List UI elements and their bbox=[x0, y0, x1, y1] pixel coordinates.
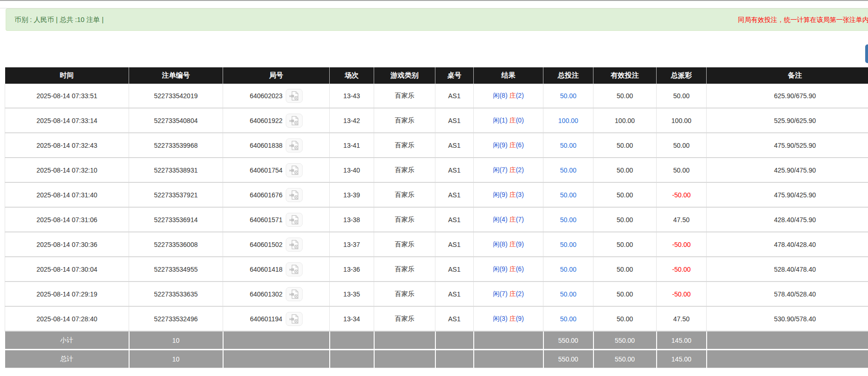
round-no-cell: 640602023 bbox=[223, 84, 330, 108]
video-replay-button[interactable] bbox=[286, 213, 303, 227]
table-footer: 小计10550.00550.00145.00总计10550.00550.0014… bbox=[5, 331, 868, 368]
session-cell: 13-37 bbox=[330, 232, 374, 257]
summary-empty-cell bbox=[474, 331, 543, 350]
game-type-cell: 百家乐 bbox=[374, 232, 435, 257]
valid-bet-cell: 100.00 bbox=[593, 108, 657, 133]
total-bet-link[interactable]: 50.00 bbox=[560, 166, 576, 174]
valid-bet-cell: 50.00 bbox=[593, 257, 657, 282]
video-replay-button[interactable] bbox=[286, 312, 303, 326]
total-bet-link[interactable]: 50.00 bbox=[560, 142, 576, 149]
bet-no-cell: 522733540804 bbox=[129, 108, 223, 133]
result-player: 闲(7) bbox=[493, 166, 509, 174]
summary-empty-cell bbox=[374, 331, 435, 350]
total-bet-link[interactable]: 50.00 bbox=[560, 290, 576, 298]
total-bet-link[interactable]: 50.00 bbox=[560, 191, 576, 199]
round-no-cell: 640601302 bbox=[223, 282, 330, 306]
summary-row: 总计10550.00550.00145.00 bbox=[5, 350, 868, 368]
summary-empty-cell bbox=[474, 350, 543, 368]
column-header-remark: 备注 bbox=[707, 67, 868, 84]
valid-bet-cell: 50.00 bbox=[593, 306, 657, 331]
valid-bet-cell: 50.00 bbox=[593, 207, 657, 232]
total-bet-link[interactable]: 50.00 bbox=[560, 241, 576, 248]
result-cell: 闲(7) 庄(2) bbox=[474, 282, 543, 306]
round-no-cell: 640601571 bbox=[223, 207, 330, 232]
round-no-text: 640601571 bbox=[250, 216, 282, 224]
summary-total-bet-cell: 550.00 bbox=[543, 350, 593, 368]
video-replay-button[interactable] bbox=[286, 287, 303, 301]
video-replay-button[interactable] bbox=[286, 238, 303, 252]
round-no-text: 640601418 bbox=[250, 266, 282, 273]
result-player: 闲(9) bbox=[493, 141, 509, 149]
video-replay-icon bbox=[289, 289, 300, 299]
table-no-cell: AS1 bbox=[435, 257, 474, 282]
summary-valid-bet-cell: 550.00 bbox=[593, 350, 657, 368]
video-replay-button[interactable] bbox=[286, 114, 303, 128]
game-type-cell: 百家乐 bbox=[374, 84, 435, 108]
result-banker-points: (9) bbox=[516, 240, 524, 248]
bet-no-cell: 522733539968 bbox=[129, 133, 223, 158]
payout-cell: 50.00 bbox=[657, 158, 707, 182]
result-cell: 闲(9) 庄(6) bbox=[474, 133, 543, 158]
result-player: 闲(4) bbox=[493, 216, 509, 223]
total-bet-link[interactable]: 100.00 bbox=[558, 117, 579, 124]
time-cell: 2025-08-14 07:33:51 bbox=[5, 84, 129, 108]
summary-empty-cell bbox=[223, 331, 330, 350]
summary-empty-cell bbox=[330, 331, 374, 350]
result-banker-label: 庄 bbox=[509, 315, 516, 322]
currency-summary-text: 币别 : 人民币 | 总共 :10 注单 | bbox=[14, 15, 103, 24]
session-cell: 13-35 bbox=[330, 282, 374, 306]
video-replay-button[interactable] bbox=[286, 188, 303, 202]
time-cell: 2025-08-14 07:30:04 bbox=[5, 257, 129, 282]
result-banker-points: (2) bbox=[516, 290, 524, 297]
valid-bet-notice-text: 同局有效投注，统一计算在该局第一张注单内 bbox=[738, 9, 868, 30]
result-cell: 闲(1) 庄(0) bbox=[474, 108, 543, 133]
result-banker-points: (3) bbox=[516, 191, 524, 198]
remark-cell: 525.90/625.90 bbox=[707, 108, 868, 133]
game-type-cell: 百家乐 bbox=[374, 282, 435, 306]
total-bet-link[interactable]: 50.00 bbox=[560, 266, 576, 273]
table-no-cell: AS1 bbox=[435, 306, 474, 331]
summary-total-bet-cell: 550.00 bbox=[543, 331, 593, 350]
total-bet-link[interactable]: 50.00 bbox=[560, 92, 576, 100]
valid-bet-cell: 50.00 bbox=[593, 182, 657, 207]
summary-empty-cell bbox=[374, 350, 435, 368]
video-replay-icon bbox=[289, 264, 300, 275]
table-row: 2025-08-14 07:30:36522733536008640601502… bbox=[5, 232, 868, 257]
round-no-text: 640601676 bbox=[250, 191, 282, 199]
result-banker-points: (2) bbox=[516, 166, 524, 174]
video-replay-button[interactable] bbox=[286, 163, 303, 177]
total-bet-link[interactable]: 50.00 bbox=[560, 315, 576, 323]
header-row: 时间注单编号局号场次游戏类别桌号结果总投注有效投注总派彩备注 bbox=[5, 67, 868, 84]
total-bet-cell: 50.00 bbox=[543, 232, 593, 257]
result-banker-label: 庄 bbox=[509, 116, 516, 124]
session-cell: 13-36 bbox=[330, 257, 374, 282]
table-no-cell: AS1 bbox=[435, 232, 474, 257]
round-no-cell: 640601676 bbox=[223, 182, 330, 207]
payout-cell: -50.00 bbox=[657, 257, 707, 282]
column-header-bet_no: 注单编号 bbox=[129, 67, 223, 84]
total-bet-cell: 50.00 bbox=[543, 306, 593, 331]
video-replay-button[interactable] bbox=[286, 138, 303, 152]
payout-cell: -50.00 bbox=[657, 232, 707, 257]
video-replay-button[interactable] bbox=[286, 89, 303, 103]
result-banker-label: 庄 bbox=[509, 240, 516, 248]
top-strip bbox=[0, 0, 868, 8]
video-replay-button[interactable] bbox=[286, 262, 303, 276]
column-header-table_no: 桌号 bbox=[435, 67, 474, 84]
summary-valid-bet-cell: 550.00 bbox=[593, 331, 657, 350]
bet-records-table: 时间注单编号局号场次游戏类别桌号结果总投注有效投注总派彩备注 2025-08-1… bbox=[5, 67, 868, 368]
summary-label-cell: 总计 bbox=[5, 350, 129, 368]
round-no-cell: 640601838 bbox=[223, 133, 330, 158]
game-type-cell: 百家乐 bbox=[374, 306, 435, 331]
total-bet-cell: 50.00 bbox=[543, 207, 593, 232]
game-type-cell: 百家乐 bbox=[374, 207, 435, 232]
remark-cell: 425.90/475.90 bbox=[707, 158, 868, 182]
total-bet-link[interactable]: 50.00 bbox=[560, 216, 576, 224]
column-header-valid_bet: 有效投注 bbox=[593, 67, 657, 84]
table-body: 2025-08-14 07:33:51522733542019640602023… bbox=[5, 84, 868, 331]
time-cell: 2025-08-14 07:29:19 bbox=[5, 282, 129, 306]
clipped-action-button[interactable] bbox=[865, 44, 868, 63]
payout-cell: 100.00 bbox=[657, 108, 707, 133]
summary-remark-cell bbox=[707, 331, 868, 350]
table-no-cell: AS1 bbox=[435, 182, 474, 207]
